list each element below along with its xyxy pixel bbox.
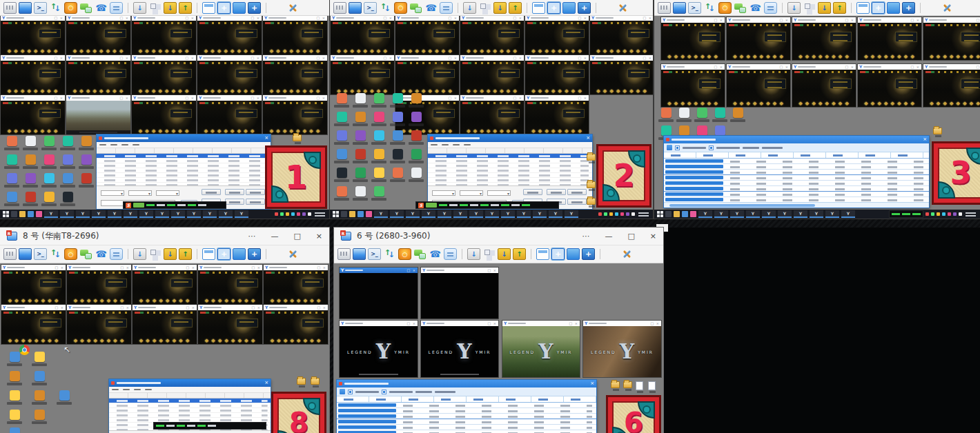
- game-window-thumbnail[interactable]: Y□ ×LEGENDYYMIR: [502, 321, 580, 377]
- thumbnail-titlebar[interactable]: Y□ ×: [421, 268, 498, 273]
- pinned-app-button[interactable]: [19, 211, 26, 217]
- send-message-icon[interactable]: [440, 2, 453, 14]
- view-windowed-icon[interactable]: [532, 2, 545, 14]
- chat-icon[interactable]: [409, 2, 422, 14]
- manager-menubar[interactable]: [109, 387, 271, 393]
- thumbnail-titlebar[interactable]: Y□ ×: [590, 55, 653, 61]
- game-task-button[interactable]: Y: [778, 210, 792, 218]
- table-row[interactable]: [428, 178, 592, 183]
- thumbnail-window-controls[interactable]: □ ×: [779, 66, 789, 69]
- pinned-app-button[interactable]: [28, 211, 34, 217]
- game-window-thumbnail[interactable]: Y□ ×: [66, 95, 130, 134]
- action-button[interactable]: [202, 189, 221, 195]
- game-task-button[interactable]: Y: [533, 210, 547, 218]
- settings-icon[interactable]: [941, 2, 954, 14]
- monitor-titlebar[interactable]: ×: [664, 136, 929, 143]
- game-task-button[interactable]: Y: [219, 210, 233, 218]
- desktop-icon[interactable]: [389, 93, 406, 108]
- keyboard-icon[interactable]: [333, 2, 346, 14]
- thumbnail-titlebar[interactable]: Y□ ×: [1, 55, 65, 61]
- thumbnail-titlebar[interactable]: Y□ ×: [197, 55, 262, 61]
- table-row[interactable]: [97, 163, 271, 168]
- game-window-thumbnail[interactable]: Y□ ×: [525, 95, 589, 134]
- desktop-icon[interactable]: [333, 186, 351, 201]
- thumbnail-window-controls[interactable]: □ ×: [513, 57, 522, 60]
- thumbnail-titlebar[interactable]: Y□ ×: [66, 95, 130, 101]
- tray-icon[interactable]: [959, 212, 962, 216]
- desktop-icon[interactable]: [6, 410, 23, 424]
- desktop-icon[interactable]: [333, 168, 351, 182]
- desktop-icon[interactable]: [40, 136, 58, 150]
- menu-item[interactable]: [145, 389, 152, 391]
- thumbnail-titlebar[interactable]: Y□ ×: [264, 265, 328, 270]
- chat-icon[interactable]: [734, 2, 747, 14]
- close-button[interactable]: ×: [316, 232, 322, 241]
- table-row[interactable]: [109, 413, 271, 418]
- thumbnail-titlebar[interactable]: Y□ ×: [132, 16, 196, 21]
- thumbnail-titlebar[interactable]: Y□ ×: [340, 321, 418, 326]
- table-row[interactable]: [97, 168, 271, 173]
- tray-icon[interactable]: [925, 212, 929, 216]
- monitor-row[interactable]: [337, 425, 596, 430]
- game-window-thumbnail[interactable]: Y□ ×: [66, 16, 130, 54]
- thumbnail-window-controls[interactable]: □ ×: [513, 17, 522, 20]
- install-icon[interactable]: [133, 248, 146, 260]
- thumbnail-window-controls[interactable]: □ ×: [119, 97, 129, 100]
- thumbnail-titlebar[interactable]: Y□ ×: [340, 268, 418, 273]
- game-task-button[interactable]: Y: [108, 210, 121, 218]
- view-windowed-icon[interactable]: [202, 2, 215, 14]
- file-transfer-icon[interactable]: [379, 2, 392, 14]
- desktop-icon[interactable]: [77, 154, 95, 169]
- thumbnail-window-controls[interactable]: □ ×: [910, 19, 920, 22]
- game-window-thumbnail[interactable]: Y□ ×: [590, 55, 653, 94]
- game-window-thumbnail[interactable]: Y□ ×: [1, 95, 65, 134]
- thumbnail-titlebar[interactable]: Y□ ×: [923, 64, 980, 70]
- desktop-icon[interactable]: [407, 112, 425, 126]
- game-window-thumbnail[interactable]: Y□ ×: [1, 305, 66, 344]
- monitor-row[interactable]: [664, 192, 929, 197]
- thumbnail-window-controls[interactable]: □ ×: [251, 17, 260, 20]
- view-fullscreen-icon[interactable]: [887, 2, 900, 14]
- thumbnail-window-controls[interactable]: □ ×: [578, 57, 587, 60]
- thumbnail-window-controls[interactable]: □ ×: [487, 322, 497, 325]
- game-task-button[interactable]: Y: [730, 210, 744, 218]
- desktop-icon[interactable]: [351, 186, 369, 201]
- game-task-button[interactable]: Y: [235, 210, 248, 218]
- thumbnail-titlebar[interactable]: Y□ ×: [132, 95, 196, 101]
- multi-monitor-icon[interactable]: [925, 2, 939, 14]
- thumbnail-window-controls[interactable]: □ ×: [448, 57, 458, 60]
- tray-icon[interactable]: [280, 212, 284, 216]
- terminal-icon[interactable]: [688, 2, 701, 14]
- game-task-button[interactable]: Y: [469, 210, 483, 218]
- monitor-row[interactable]: [664, 175, 929, 181]
- monitor-row[interactable]: [337, 403, 596, 408]
- desktop-icon[interactable]: [21, 173, 39, 188]
- desktop-icon[interactable]: [407, 130, 425, 145]
- thumbnail-window-controls[interactable]: □ ×: [316, 97, 326, 100]
- pinned-app-button[interactable]: [366, 211, 372, 217]
- folder-icon[interactable]: [293, 134, 302, 141]
- desktop-icon[interactable]: [389, 149, 406, 163]
- desktop-icon[interactable]: [30, 410, 48, 424]
- manager-close-button[interactable]: ×: [264, 381, 268, 385]
- desktop-icon[interactable]: [59, 173, 77, 188]
- pinned-app-button[interactable]: [36, 211, 42, 217]
- thumbnail-titlebar[interactable]: Y□ ×: [661, 17, 725, 23]
- game-task-button[interactable]: Y: [76, 210, 90, 218]
- monitor-table[interactable]: [337, 403, 596, 433]
- thumbnail-window-controls[interactable]: □ ×: [513, 97, 522, 100]
- multi-monitor-icon[interactable]: [271, 2, 284, 14]
- remote-screen-icon[interactable]: [19, 248, 32, 260]
- game-window-thumbnail[interactable]: Y□ ×: [331, 55, 394, 94]
- thumbnail-titlebar[interactable]: Y□ ×: [421, 321, 498, 326]
- game-task-button[interactable]: Y: [825, 210, 839, 218]
- game-window-thumbnail[interactable]: Y□ ×: [263, 95, 327, 134]
- tray-icon[interactable]: [275, 212, 278, 216]
- game-window-thumbnail[interactable]: Y□ ×: [923, 17, 980, 60]
- thumbnail-titlebar[interactable]: Y□ ×: [263, 55, 327, 61]
- game-window-thumbnail[interactable]: Y□ ×: [460, 16, 524, 54]
- thumbnail-titlebar[interactable]: Y□ ×: [263, 16, 327, 21]
- table-row[interactable]: [428, 163, 592, 168]
- terminal-icon[interactable]: [34, 248, 47, 260]
- keyboard-icon[interactable]: [337, 248, 351, 260]
